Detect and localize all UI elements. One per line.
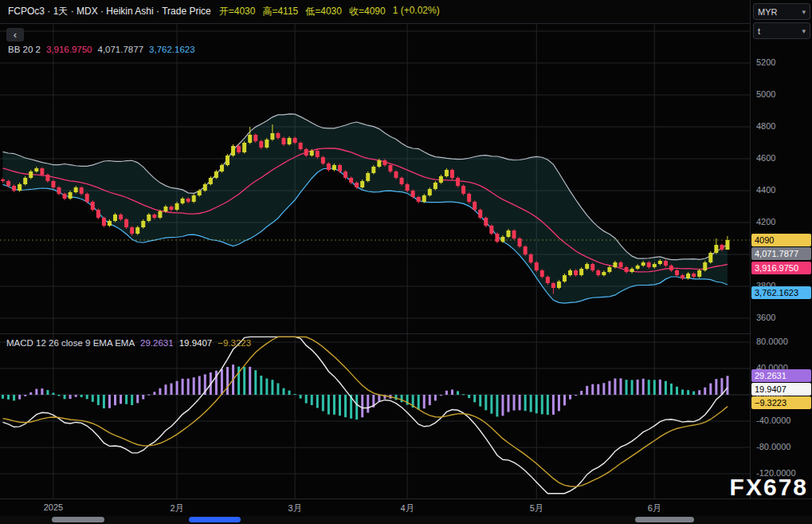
macd-label: 19.9407 [751,383,811,396]
candle [467,192,471,203]
ohlc-change: 1 (+0.02%) [393,5,440,18]
scale-tick: 4800 [756,121,775,131]
price-label: 4,071.7877 [751,247,811,260]
macd-pane[interactable] [0,333,750,498]
macd-indicator-legend[interactable]: MACD 12 26 close 9 EMA EMA 29.2631 19.94… [6,338,251,348]
scale-tick: 5000 [756,89,775,99]
time-axis-label: 2月 [170,502,183,514]
candle [535,261,539,272]
price-label: 4090 [751,234,811,246]
price-label: 3,762.1623 [751,286,811,299]
candle [57,186,61,195]
price-label: 3,916.9750 [751,262,811,274]
macd-legend-title: MACD 12 26 close 9 EMA EMA [6,338,135,348]
trading-chart-app: FCPOc3 · 1天 · MDX · Heikin Ashi · Trade … [0,0,812,524]
time-axis[interactable]: 20252月3月4月5月6月 [0,498,812,516]
candle [96,208,100,219]
candle [91,200,95,211]
candle [714,238,718,254]
unit-dropdown[interactable]: t ▾ [753,22,810,39]
chevron-down-icon: ▾ [802,27,806,35]
scale-tick: 5200 [756,57,775,67]
time-axis-label: 6月 [648,502,661,514]
time-axis-label: 2025 [44,502,63,512]
time-axis-label: 5月 [530,502,543,514]
currency-dropdown-value: MYR [758,7,777,17]
chevron-down-icon: ▾ [802,8,806,16]
candle [512,229,516,240]
candle [366,171,370,183]
candle [495,232,499,243]
scrollbar-segment-right[interactable] [635,517,694,522]
ohlc-open: 开=4030 [219,5,256,18]
candle [518,237,522,248]
ohlc-readout: 开=4030 高=4115 低=4030 收=4090 1 (+0.02%) [219,5,440,18]
candle [529,253,533,264]
scale-tick: 4200 [756,217,775,227]
candle [708,251,712,264]
scale-tick: 4400 [756,185,775,195]
macd-line-value: 19.9407 [179,338,213,348]
candle [524,245,528,256]
scrollbar-segment-left[interactable] [52,517,104,522]
ohlc-high: 高=4115 [262,5,298,18]
macd-signal-line [3,337,728,487]
chart-header: FCPOc3 · 1天 · MDX · Heikin Ashi · Trade … [0,0,750,24]
price-scale-axis[interactable]: MYR ▾ t ▾ 520050004800460044004200400038… [750,0,812,498]
back-button[interactable]: ‹ [6,28,24,41]
candle [203,183,207,192]
price-chart-pane[interactable] [0,24,750,333]
candle [214,170,218,179]
candle [209,176,213,186]
candle [725,236,729,250]
candle [265,138,269,149]
symbol-title[interactable]: FCPOc3 · 1天 · MDX · Heikin Ashi · Trade … [8,5,211,18]
candle [85,192,89,203]
bb-indicator-legend[interactable]: BB 20 2 3,916.9750 4,071.7877 3,762.1623 [8,45,195,54]
time-axis-label: 3月 [288,502,302,514]
macd-label: 29.2631 [751,369,811,382]
scrollbar-thumb[interactable] [189,517,241,522]
candle [489,224,493,235]
bb-legend-title: BB 20 2 [8,45,41,54]
time-axis-label: 4月 [401,502,414,514]
candle [102,216,106,227]
pane-divider[interactable] [0,333,750,334]
macd-grid [0,333,750,498]
candle [456,176,460,187]
scale-tick: 80.0000 [756,337,788,346]
scale-tick: -40.0000 [756,416,790,425]
scale-tick: -80.0000 [756,442,790,451]
scale-tick: 4600 [756,153,775,163]
bb-lower-value: 3,762.1623 [149,45,195,54]
bollinger-bands [3,114,728,303]
scale-tick: 3600 [756,313,775,322]
macd-signal-value: −9.3223 [218,338,251,348]
candle [231,144,235,157]
bb-basis-value: 3,916.9750 [46,45,92,54]
ohlc-close: 收=4090 [349,5,386,18]
candle [461,184,465,195]
unit-dropdown-value: t [758,26,760,36]
fx678-watermark: FX678 [730,474,808,501]
candle [450,168,454,179]
candle [703,261,707,272]
candle [124,218,128,229]
candle [242,141,246,154]
candle [226,154,229,167]
macd-histogram [2,364,728,420]
candle [484,216,488,227]
candle [248,127,252,144]
macd-histogram-value: 29.2631 [140,338,174,348]
ohlc-low: 低=4030 [305,5,342,18]
macd-label: −9.3223 [751,396,811,409]
candle [327,162,331,171]
bb-upper-value: 4,071.7877 [97,45,143,54]
macd-line [3,337,728,493]
candle [478,208,482,219]
horizontal-scrollbar[interactable] [0,516,812,524]
currency-dropdown[interactable]: MYR ▾ [753,3,810,20]
candle [473,200,477,211]
